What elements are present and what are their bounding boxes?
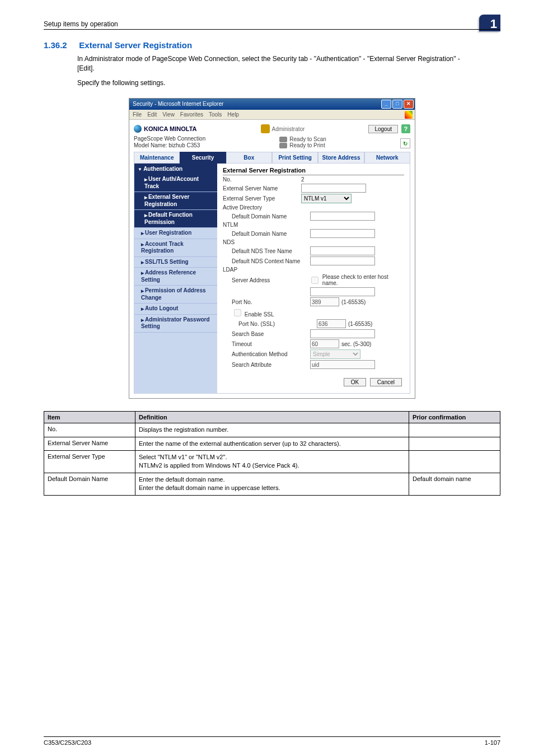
portno-ssl-hint: (1-65535)	[348, 321, 372, 327]
tab-store-address[interactable]: Store Address	[318, 152, 364, 164]
sidebar-item-auto-logout[interactable]: Auto Logout	[134, 304, 217, 315]
cancel-button[interactable]: Cancel	[370, 378, 402, 386]
searchattr-input[interactable]	[310, 360, 375, 369]
table-row: No. Displays the registration number.	[44, 423, 500, 437]
portno-ssl-input[interactable]	[317, 319, 346, 328]
tab-maintenance[interactable]: Maintenance	[134, 152, 180, 164]
section-title: External Server Registration	[79, 40, 192, 50]
timeout-input[interactable]	[310, 339, 339, 348]
sidebar-item-perm-addr[interactable]: Permission of Address Change	[134, 286, 217, 304]
tab-network[interactable]: Network	[364, 152, 410, 164]
ad-group: Active Directory	[223, 204, 404, 211]
sidebar-item-ssl-tls[interactable]: SSL/TLS Setting	[134, 257, 217, 268]
ie-flag-icon	[405, 111, 413, 119]
tab-bar: Maintenance Security Box Print Setting S…	[134, 152, 410, 164]
esn-label: External Server Name	[223, 185, 301, 192]
footer-model: C353/C253/C203	[44, 739, 91, 746]
portno-input[interactable]	[310, 297, 339, 306]
webconn-label: PageScope Web Connection	[134, 136, 205, 142]
portno-ssl-label: Port No. (SSL)	[223, 321, 317, 327]
paragraph: Specify the following settings.	[77, 78, 469, 88]
brand-mark-icon	[134, 125, 142, 133]
no-value: 2	[301, 176, 305, 183]
nds-group: NDS	[223, 239, 404, 245]
hostname-checkbox[interactable]	[311, 277, 318, 284]
footer-rule	[44, 736, 500, 737]
brand-logo: KONICA MINOLTA	[134, 125, 197, 133]
ie-menubar: File Edit View Favorites Tools Help	[129, 110, 415, 120]
menu-help[interactable]: Help	[227, 111, 239, 118]
sidebar-item-default-func[interactable]: Default Function Permission	[134, 210, 217, 228]
scanner-icon	[279, 137, 287, 142]
ok-button[interactable]: OK	[344, 378, 366, 386]
admin-label: Administrator	[272, 126, 305, 132]
menu-edit[interactable]: Edit	[147, 111, 157, 118]
footer-page: 1-107	[485, 739, 500, 746]
menu-tools[interactable]: Tools	[209, 111, 222, 118]
ddn-input[interactable]	[310, 212, 375, 221]
sidebar: Authentication User Auth/Account Track E…	[134, 164, 217, 393]
logout-button[interactable]: Logout	[368, 125, 398, 133]
col-definition: Definition	[135, 412, 409, 423]
searchbase-label: Search Base	[223, 331, 310, 337]
timeout-label: Timeout	[223, 341, 310, 347]
table-row: External Server Type Select "NTLM v1" or…	[44, 450, 500, 473]
status-ready-print: Ready to Print	[289, 142, 325, 148]
ddn-label: Default Domain Name	[223, 213, 310, 220]
portno-label: Port No.	[223, 299, 310, 305]
minimize-icon[interactable]: _	[381, 100, 391, 109]
menu-view[interactable]: View	[162, 111, 175, 118]
authmethod-label: Authentication Method	[223, 351, 310, 357]
server-addr-input[interactable]	[310, 287, 375, 296]
refresh-icon[interactable]: ↻	[400, 138, 410, 148]
sidebar-item-admin-pwd[interactable]: Administrator Password Setting	[134, 315, 217, 333]
timeout-hint: sec. (5-300)	[341, 341, 371, 347]
nds-ctx-label: Default NDS Context Name	[223, 258, 310, 264]
sidebar-item-addr-ref[interactable]: Address Reference Setting	[134, 268, 217, 286]
hostname-hint: Please check to enter host name.	[322, 274, 404, 286]
sidebar-item-account-track[interactable]: Account Track Registration	[134, 239, 217, 257]
searchattr-label: Search Attribute	[223, 362, 310, 368]
panel-title: External Server Registration	[223, 167, 404, 175]
esn-input[interactable]	[301, 184, 366, 193]
tab-security[interactable]: Security	[180, 152, 226, 164]
header-rule	[44, 29, 500, 30]
table-row: Default Domain Name Enter the default do…	[44, 473, 500, 495]
searchbase-input[interactable]	[310, 329, 375, 338]
maximize-icon[interactable]: □	[392, 100, 402, 109]
screenshot-window: Security - Microsoft Internet Explorer _…	[129, 98, 415, 399]
sidebar-header[interactable]: Authentication	[134, 164, 217, 174]
col-prior: Prior confirmation	[409, 412, 500, 423]
table-row: External Server Name Enter the name of t…	[44, 437, 500, 450]
tab-box[interactable]: Box	[226, 152, 272, 164]
help-icon[interactable]: ?	[401, 124, 410, 133]
ldap-group: LDAP	[223, 267, 404, 273]
section-number: 1.36.2	[44, 40, 77, 50]
model-label: Model Name: bizhub C353	[134, 142, 205, 148]
ssl-checkbox[interactable]	[234, 309, 241, 316]
menu-favorites[interactable]: Favorites	[180, 111, 203, 118]
sidebar-item-user-reg[interactable]: User Registration	[134, 228, 217, 239]
server-addr-label: Server Address	[223, 277, 309, 283]
nds-tree-input[interactable]	[310, 246, 375, 255]
ddn2-input[interactable]	[310, 229, 375, 238]
breadcrumb: Setup items by operation	[44, 20, 118, 28]
authmethod-select[interactable]: Simple	[310, 349, 360, 359]
printer-icon	[279, 143, 287, 148]
sidebar-item-user-auth[interactable]: User Auth/Account Track	[134, 174, 217, 192]
sidebar-item-ext-server[interactable]: External Server Registration	[134, 192, 217, 210]
ddn2-label: Default Domain Name	[223, 231, 310, 237]
nds-ctx-input[interactable]	[310, 256, 375, 265]
est-label: External Server Type	[223, 195, 301, 202]
no-label: No.	[223, 176, 301, 183]
col-item: Item	[44, 412, 135, 423]
ssl-label: Enable SSL	[245, 311, 274, 318]
admin-icon	[261, 124, 270, 133]
tab-print-setting[interactable]: Print Setting	[272, 152, 318, 164]
status-ready-scan: Ready to Scan	[289, 136, 326, 142]
close-icon[interactable]: ✕	[404, 100, 414, 109]
est-select[interactable]: NTLM v1	[301, 194, 352, 203]
paragraph: In Administrator mode of PageScope Web C…	[77, 54, 469, 74]
nds-tree-label: Default NDS Tree Name	[223, 248, 310, 254]
menu-file[interactable]: File	[133, 111, 142, 118]
